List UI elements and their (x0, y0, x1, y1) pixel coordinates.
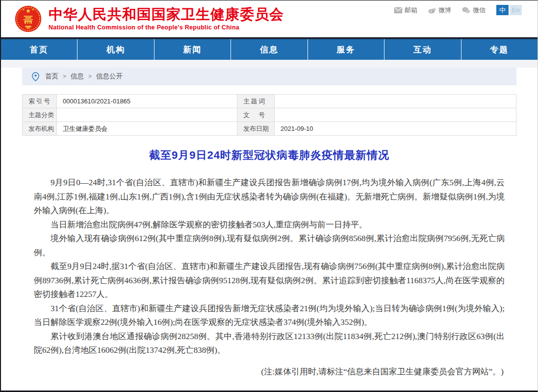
site-header: 中华人民共和国国家卫生健康委员会 National Health Commiss… (1, 0, 538, 37)
article-paragraph: 当日新增治愈出院病例47例,解除医学观察的密切接触者503人,重症病例与前一日持… (34, 218, 505, 232)
nav-item-news[interactable]: 新闻 (154, 39, 231, 60)
browser-window: 中华人民共和国国家卫生健康委员会 National Health Commiss… (0, 0, 538, 392)
nav-item-info[interactable]: 信息 (231, 39, 307, 60)
article-paragraph: 9月9日0—24时,31个省(自治区、直辖市)和新疆生产建设兵团报告新增确诊病例… (34, 176, 505, 218)
article-paragraph: 累计收到港澳台地区通报确诊病例28258例。其中,香港特别行政区12133例(出… (34, 330, 505, 358)
publish-date-label: 发布日期 (237, 122, 275, 136)
location-pin-icon (32, 72, 39, 81)
issuing-agency-label: 发布机构 (23, 122, 57, 136)
weibo-icon (428, 7, 436, 14)
doc-number-label: 文号 (237, 108, 275, 122)
index-number-value: 000013610/2021-01865 (57, 95, 237, 108)
table-row: 主题分类 文号 (23, 108, 516, 122)
breadcrumb-info-disclosure[interactable]: 信息公开 (96, 72, 123, 81)
national-emblem-logo[interactable] (14, 5, 42, 33)
site-title-block[interactable]: 中华人民共和国国家卫生健康委员会 National Health Commiss… (49, 7, 284, 31)
subject-word-value (275, 95, 516, 108)
publish-date-value: 2021-09-10 (275, 122, 516, 136)
issuing-agency-value: 卫生健康委员会 (57, 122, 237, 136)
wechat-label: 微信 (473, 6, 486, 15)
breadcrumb-separator: > (88, 73, 92, 80)
article-note: (注:媒体引用时,请标注“信息来自国家卫生健康委员会官方网站”。) (34, 365, 505, 379)
article-paragraph: 境外输入现有确诊病例612例(其中重症病例8例),现有疑似病例2例。累计确诊病例… (34, 232, 505, 260)
subject-word-label: 主题词 (237, 95, 275, 108)
doc-meta-table: 索引号 000013610/2021-01865 主题词 主题分类 文号 发布机… (22, 94, 516, 136)
lang-toggle-en[interactable]: En (510, 5, 522, 15)
weibo-label: 微博 (438, 6, 451, 15)
header-tools: 邮箱 微博 微信 (394, 5, 522, 15)
article-body: 9月9日0—24时,31个省(自治区、直辖市)和新疆生产建设兵团报告新增确诊病例… (34, 176, 505, 358)
article-paragraph: 截至9月9日24时,据31个省(自治区、直辖市)和新疆生产建设兵团报告,现有确诊… (34, 260, 505, 302)
main-nav: 首页 机构 新闻 信息 服务 互动 专题 (1, 37, 538, 60)
topic-category-value (57, 108, 237, 122)
topic-category-label: 主题分类 (23, 108, 57, 122)
nav-item-services[interactable]: 服务 (307, 39, 384, 60)
mail-icon (394, 7, 402, 13)
breadcrumb-separator: > (63, 73, 66, 80)
article-paragraph: 31个省(自治区、直辖市)和新疆生产建设兵团报告新增无症状感染者21例(均为境外… (34, 302, 505, 330)
mail-label: 邮箱 (405, 6, 417, 15)
article-title: 截至9月9日24时新型冠状病毒肺炎疫情最新情况 (34, 148, 505, 163)
index-number-label: 索引号 (23, 95, 57, 108)
article: 截至9月9日24时新型冠状病毒肺炎疫情最新情况 9月9日0—24时,31个省(自… (22, 148, 516, 379)
nav-gap-strip (1, 60, 538, 68)
nav-item-org[interactable]: 机构 (77, 39, 154, 60)
breadcrumb: 首页 > 信息 > 信息公开 (22, 68, 516, 85)
wechat-icon (462, 7, 470, 14)
site-title: 中华人民共和国国家卫生健康委员会 (49, 7, 284, 22)
table-row: 索引号 000013610/2021-01865 主题词 (23, 95, 516, 108)
weibo-link[interactable]: 微博 (428, 6, 451, 15)
lang-toggle-zh[interactable]: 中 (496, 5, 509, 15)
table-row: 发布机构 卫生健康委员会 发布日期 2021-09-10 (23, 122, 516, 136)
breadcrumb-home[interactable]: 首页 (45, 72, 58, 81)
nav-item-topics[interactable]: 专题 (461, 39, 538, 60)
nav-item-interact[interactable]: 互动 (384, 39, 461, 60)
breadcrumb-info[interactable]: 信息 (71, 72, 84, 81)
doc-number-value (275, 108, 516, 122)
site-subtitle: National Health Commission of the People… (49, 24, 284, 31)
nav-item-home[interactable]: 首页 (1, 39, 77, 60)
mail-link[interactable]: 邮箱 (394, 6, 417, 15)
wechat-link[interactable]: 微信 (462, 6, 486, 15)
